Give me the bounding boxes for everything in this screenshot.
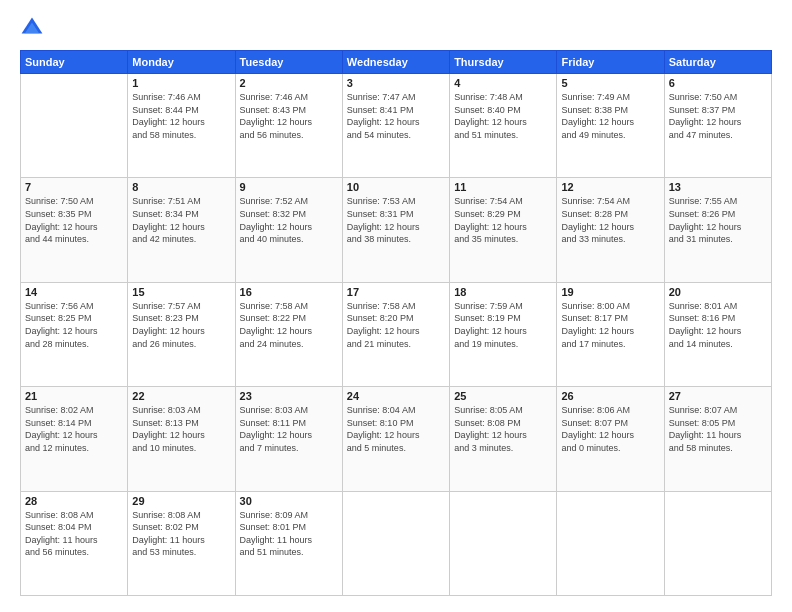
day-info: Sunrise: 7:54 AM Sunset: 8:29 PM Dayligh… (454, 195, 552, 245)
calendar-header-row: SundayMondayTuesdayWednesdayThursdayFrid… (21, 51, 772, 74)
calendar-header-thursday: Thursday (450, 51, 557, 74)
calendar-header-saturday: Saturday (664, 51, 771, 74)
day-info: Sunrise: 7:57 AM Sunset: 8:23 PM Dayligh… (132, 300, 230, 350)
calendar-cell (21, 74, 128, 178)
calendar-cell: 8Sunrise: 7:51 AM Sunset: 8:34 PM Daylig… (128, 178, 235, 282)
day-number: 20 (669, 286, 767, 298)
calendar-cell: 10Sunrise: 7:53 AM Sunset: 8:31 PM Dayli… (342, 178, 449, 282)
header (20, 16, 772, 40)
calendar-header-monday: Monday (128, 51, 235, 74)
calendar-cell: 30Sunrise: 8:09 AM Sunset: 8:01 PM Dayli… (235, 491, 342, 595)
day-number: 25 (454, 390, 552, 402)
calendar-cell: 9Sunrise: 7:52 AM Sunset: 8:32 PM Daylig… (235, 178, 342, 282)
day-info: Sunrise: 8:08 AM Sunset: 8:02 PM Dayligh… (132, 509, 230, 559)
day-number: 30 (240, 495, 338, 507)
day-number: 17 (347, 286, 445, 298)
calendar-cell (664, 491, 771, 595)
day-number: 12 (561, 181, 659, 193)
day-info: Sunrise: 8:06 AM Sunset: 8:07 PM Dayligh… (561, 404, 659, 454)
calendar-cell (557, 491, 664, 595)
day-info: Sunrise: 7:47 AM Sunset: 8:41 PM Dayligh… (347, 91, 445, 141)
day-number: 24 (347, 390, 445, 402)
calendar-week-row: 7Sunrise: 7:50 AM Sunset: 8:35 PM Daylig… (21, 178, 772, 282)
calendar-week-row: 1Sunrise: 7:46 AM Sunset: 8:44 PM Daylig… (21, 74, 772, 178)
calendar-cell: 12Sunrise: 7:54 AM Sunset: 8:28 PM Dayli… (557, 178, 664, 282)
day-info: Sunrise: 8:07 AM Sunset: 8:05 PM Dayligh… (669, 404, 767, 454)
calendar-cell: 14Sunrise: 7:56 AM Sunset: 8:25 PM Dayli… (21, 282, 128, 386)
day-info: Sunrise: 7:49 AM Sunset: 8:38 PM Dayligh… (561, 91, 659, 141)
day-number: 28 (25, 495, 123, 507)
calendar-cell: 26Sunrise: 8:06 AM Sunset: 8:07 PM Dayli… (557, 387, 664, 491)
day-info: Sunrise: 7:50 AM Sunset: 8:37 PM Dayligh… (669, 91, 767, 141)
calendar-cell: 16Sunrise: 7:58 AM Sunset: 8:22 PM Dayli… (235, 282, 342, 386)
day-number: 18 (454, 286, 552, 298)
day-info: Sunrise: 7:55 AM Sunset: 8:26 PM Dayligh… (669, 195, 767, 245)
calendar-cell (342, 491, 449, 595)
calendar-header-sunday: Sunday (21, 51, 128, 74)
day-info: Sunrise: 8:01 AM Sunset: 8:16 PM Dayligh… (669, 300, 767, 350)
calendar-header-tuesday: Tuesday (235, 51, 342, 74)
day-info: Sunrise: 7:48 AM Sunset: 8:40 PM Dayligh… (454, 91, 552, 141)
day-number: 22 (132, 390, 230, 402)
calendar-cell (450, 491, 557, 595)
calendar-cell: 11Sunrise: 7:54 AM Sunset: 8:29 PM Dayli… (450, 178, 557, 282)
day-info: Sunrise: 7:52 AM Sunset: 8:32 PM Dayligh… (240, 195, 338, 245)
day-number: 21 (25, 390, 123, 402)
day-info: Sunrise: 8:05 AM Sunset: 8:08 PM Dayligh… (454, 404, 552, 454)
calendar-cell: 19Sunrise: 8:00 AM Sunset: 8:17 PM Dayli… (557, 282, 664, 386)
day-info: Sunrise: 7:50 AM Sunset: 8:35 PM Dayligh… (25, 195, 123, 245)
calendar-cell: 6Sunrise: 7:50 AM Sunset: 8:37 PM Daylig… (664, 74, 771, 178)
calendar-cell: 28Sunrise: 8:08 AM Sunset: 8:04 PM Dayli… (21, 491, 128, 595)
calendar-cell: 24Sunrise: 8:04 AM Sunset: 8:10 PM Dayli… (342, 387, 449, 491)
day-number: 3 (347, 77, 445, 89)
calendar-header-friday: Friday (557, 51, 664, 74)
calendar-cell: 17Sunrise: 7:58 AM Sunset: 8:20 PM Dayli… (342, 282, 449, 386)
day-info: Sunrise: 7:58 AM Sunset: 8:20 PM Dayligh… (347, 300, 445, 350)
day-info: Sunrise: 7:59 AM Sunset: 8:19 PM Dayligh… (454, 300, 552, 350)
day-info: Sunrise: 7:58 AM Sunset: 8:22 PM Dayligh… (240, 300, 338, 350)
calendar-cell: 23Sunrise: 8:03 AM Sunset: 8:11 PM Dayli… (235, 387, 342, 491)
calendar-cell: 5Sunrise: 7:49 AM Sunset: 8:38 PM Daylig… (557, 74, 664, 178)
day-number: 26 (561, 390, 659, 402)
day-info: Sunrise: 8:08 AM Sunset: 8:04 PM Dayligh… (25, 509, 123, 559)
calendar-cell: 20Sunrise: 8:01 AM Sunset: 8:16 PM Dayli… (664, 282, 771, 386)
day-info: Sunrise: 8:02 AM Sunset: 8:14 PM Dayligh… (25, 404, 123, 454)
calendar-header-wednesday: Wednesday (342, 51, 449, 74)
calendar-cell: 22Sunrise: 8:03 AM Sunset: 8:13 PM Dayli… (128, 387, 235, 491)
day-number: 27 (669, 390, 767, 402)
calendar-cell: 13Sunrise: 7:55 AM Sunset: 8:26 PM Dayli… (664, 178, 771, 282)
day-info: Sunrise: 8:00 AM Sunset: 8:17 PM Dayligh… (561, 300, 659, 350)
day-info: Sunrise: 7:54 AM Sunset: 8:28 PM Dayligh… (561, 195, 659, 245)
day-number: 10 (347, 181, 445, 193)
calendar-cell: 18Sunrise: 7:59 AM Sunset: 8:19 PM Dayli… (450, 282, 557, 386)
day-info: Sunrise: 8:03 AM Sunset: 8:13 PM Dayligh… (132, 404, 230, 454)
day-number: 15 (132, 286, 230, 298)
day-number: 13 (669, 181, 767, 193)
logo (20, 16, 48, 40)
day-number: 6 (669, 77, 767, 89)
day-number: 5 (561, 77, 659, 89)
day-number: 11 (454, 181, 552, 193)
day-number: 1 (132, 77, 230, 89)
day-number: 9 (240, 181, 338, 193)
calendar-cell: 21Sunrise: 8:02 AM Sunset: 8:14 PM Dayli… (21, 387, 128, 491)
day-info: Sunrise: 7:51 AM Sunset: 8:34 PM Dayligh… (132, 195, 230, 245)
page: SundayMondayTuesdayWednesdayThursdayFrid… (0, 0, 792, 612)
day-info: Sunrise: 7:53 AM Sunset: 8:31 PM Dayligh… (347, 195, 445, 245)
day-number: 14 (25, 286, 123, 298)
calendar-cell: 2Sunrise: 7:46 AM Sunset: 8:43 PM Daylig… (235, 74, 342, 178)
calendar-week-row: 14Sunrise: 7:56 AM Sunset: 8:25 PM Dayli… (21, 282, 772, 386)
day-number: 7 (25, 181, 123, 193)
day-number: 29 (132, 495, 230, 507)
calendar-cell: 7Sunrise: 7:50 AM Sunset: 8:35 PM Daylig… (21, 178, 128, 282)
calendar-week-row: 21Sunrise: 8:02 AM Sunset: 8:14 PM Dayli… (21, 387, 772, 491)
calendar-cell: 4Sunrise: 7:48 AM Sunset: 8:40 PM Daylig… (450, 74, 557, 178)
day-info: Sunrise: 7:46 AM Sunset: 8:43 PM Dayligh… (240, 91, 338, 141)
day-info: Sunrise: 8:04 AM Sunset: 8:10 PM Dayligh… (347, 404, 445, 454)
calendar-week-row: 28Sunrise: 8:08 AM Sunset: 8:04 PM Dayli… (21, 491, 772, 595)
day-number: 4 (454, 77, 552, 89)
calendar-cell: 1Sunrise: 7:46 AM Sunset: 8:44 PM Daylig… (128, 74, 235, 178)
day-info: Sunrise: 8:09 AM Sunset: 8:01 PM Dayligh… (240, 509, 338, 559)
day-number: 2 (240, 77, 338, 89)
day-number: 19 (561, 286, 659, 298)
